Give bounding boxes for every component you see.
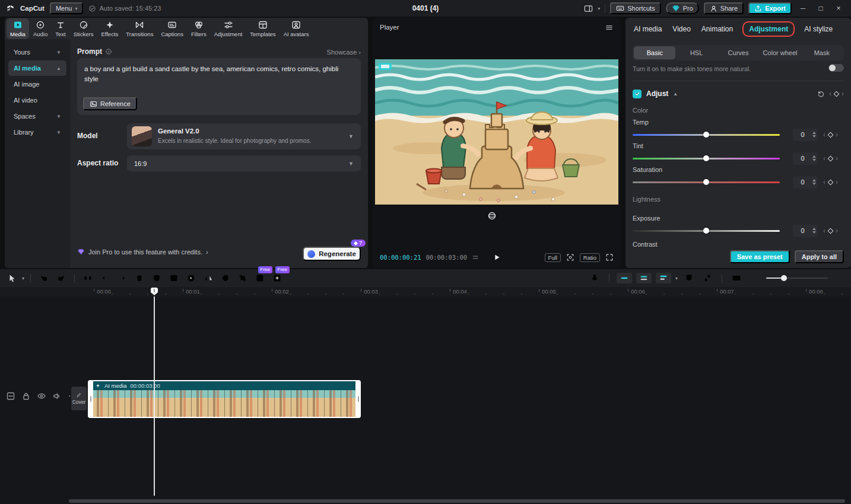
chevron-down-icon[interactable]: ▾ <box>675 276 678 281</box>
close-button[interactable]: × <box>832 4 845 12</box>
sidebar-item-ai-video[interactable]: AI video <box>8 92 66 108</box>
share-button[interactable]: Share <box>704 2 744 14</box>
focus-icon[interactable] <box>566 253 574 261</box>
fullscreen-icon[interactable] <box>605 253 614 261</box>
playhead-line[interactable] <box>154 296 155 496</box>
zoom-out-icon[interactable] <box>748 271 762 285</box>
aspect-ratio-select[interactable]: 16:9 ▼ <box>127 155 361 171</box>
slider-value-box[interactable]: 0 <box>793 225 818 237</box>
split-icon[interactable] <box>81 271 95 285</box>
slider-track[interactable] <box>633 134 780 136</box>
keyframe-add-icon[interactable] <box>828 155 834 161</box>
slider-value-box[interactable]: 0 <box>793 129 818 141</box>
media-tab-filters[interactable]: Filters <box>188 18 210 39</box>
media-tab-transitions[interactable]: Transitions <box>122 18 157 39</box>
skin-tone-toggle[interactable] <box>828 64 844 72</box>
reverse-icon[interactable] <box>184 271 198 285</box>
timeline-zoom-slider[interactable] <box>766 275 828 282</box>
slider-track[interactable] <box>633 158 780 160</box>
rotate-icon[interactable] <box>218 271 233 285</box>
player-menu-icon[interactable] <box>605 23 614 32</box>
join-pro-link[interactable]: Join Pro to use this feature with credit… <box>77 248 208 256</box>
keyframe-add-icon[interactable] <box>834 91 840 97</box>
ai-media-clip[interactable]: AI media 00:00:03:00 <box>90 380 358 418</box>
clip-filmstrip[interactable] <box>91 390 357 417</box>
inspector-tab-animation[interactable]: Animation <box>701 23 733 36</box>
media-tab-adjustment[interactable]: Adjustment <box>211 18 246 39</box>
regenerate-button[interactable]: Regenerate <box>303 247 361 261</box>
chevron-down-icon[interactable]: ▾ <box>22 276 24 281</box>
minimize-button[interactable]: ─ <box>796 4 809 12</box>
media-tab-ai-avatars[interactable]: AI avatars <box>280 18 313 39</box>
inspector-tab-adjustment[interactable]: Adjustment <box>744 23 793 36</box>
inspector-tab-ai-stylize[interactable]: AI stylize <box>804 23 833 36</box>
collapse-caret-icon[interactable]: ▲ <box>673 91 678 97</box>
keyframe-next-icon[interactable]: › <box>836 155 838 162</box>
clip-trim-handle-right[interactable] <box>355 380 361 418</box>
keyframe-prev-icon[interactable]: ‹ <box>823 227 825 234</box>
play-button[interactable] <box>493 253 501 262</box>
full-view-button[interactable]: Full <box>545 253 561 262</box>
inspector-tab-ai-media[interactable]: AI media <box>634 23 662 36</box>
freeze-frame-icon[interactable] <box>167 271 181 285</box>
layout-toggle-icon[interactable] <box>584 4 593 13</box>
smart-tools-icon[interactable]: Free <box>270 271 284 285</box>
track-large-icon[interactable] <box>656 273 671 283</box>
mic-icon[interactable] <box>588 271 602 285</box>
subtab-hsl[interactable]: HSL <box>675 46 717 59</box>
subtab-mask[interactable]: Mask <box>801 46 843 59</box>
showcase-link[interactable]: Showcase› <box>327 49 361 56</box>
speaker-icon[interactable] <box>52 391 62 401</box>
chevron-down-icon[interactable]: ▾ <box>598 6 600 11</box>
media-tab-stickers[interactable]: Stickers <box>70 18 97 39</box>
apply-to-all-button[interactable]: Apply to all <box>795 250 844 263</box>
magnet-icon[interactable] <box>682 271 696 285</box>
timeline-scrollbar[interactable] <box>69 499 845 503</box>
stepper[interactable] <box>812 155 816 161</box>
media-tab-audio[interactable]: Audio <box>30 18 51 39</box>
save-as-preset-button[interactable]: Save as preset <box>730 250 790 263</box>
redo-icon[interactable] <box>54 271 68 285</box>
slider-track[interactable] <box>633 181 780 183</box>
eye-icon[interactable] <box>37 391 46 401</box>
zoom-slider-knob[interactable] <box>781 275 787 281</box>
model-select[interactable]: General V2.0 Excels in realistic style. … <box>127 123 361 149</box>
keyframe-prev-icon[interactable]: ‹ <box>823 155 825 162</box>
keyframe-prev-icon[interactable]: ‹ <box>823 131 825 138</box>
adjust-checkbox[interactable] <box>633 90 642 98</box>
sidebar-item-spaces[interactable]: Spaces▼ <box>8 109 66 124</box>
keyframe-next-icon[interactable]: › <box>836 227 838 234</box>
inspector-tab-video[interactable]: Video <box>672 23 690 36</box>
shortcuts-button[interactable]: Shortcuts <box>610 2 661 14</box>
media-tab-captions[interactable]: Captions <box>157 18 187 39</box>
keyframe-next-icon[interactable]: › <box>836 178 838 186</box>
keyframe-next-icon[interactable]: › <box>842 90 844 97</box>
subtab-basic[interactable]: Basic <box>634 46 675 59</box>
slider-knob[interactable] <box>703 155 709 161</box>
trim-right-icon[interactable] <box>115 271 129 285</box>
maximize-button[interactable]: □ <box>814 4 827 12</box>
stepper[interactable] <box>812 132 816 138</box>
stepper[interactable] <box>812 179 816 185</box>
clip-trim-handle-left[interactable] <box>88 380 93 418</box>
menu-button[interactable]: Menu▾ <box>50 2 84 14</box>
keyframe-next-icon[interactable]: › <box>836 131 838 138</box>
pro-badge[interactable]: Pro <box>666 2 699 14</box>
keyframe-add-icon[interactable] <box>828 132 834 138</box>
crop-icon[interactable] <box>236 271 250 285</box>
slider-knob[interactable] <box>703 179 709 185</box>
slider-knob[interactable] <box>703 132 709 138</box>
trim-left-icon[interactable] <box>98 271 112 285</box>
subtab-curves[interactable]: Curves <box>717 46 759 59</box>
preview-strip-icon[interactable] <box>729 271 744 285</box>
mask-icon[interactable] <box>150 271 164 285</box>
slider-knob[interactable] <box>703 228 709 234</box>
sidebar-item-ai-image[interactable]: AI image <box>8 76 66 92</box>
media-tab-effects[interactable]: Effects <box>97 18 122 39</box>
cover-button[interactable]: Cover <box>71 387 87 410</box>
sidebar-item-yours[interactable]: Yours▼ <box>8 44 66 60</box>
rotate-view-icon[interactable] <box>487 211 497 221</box>
delete-icon[interactable] <box>132 271 147 285</box>
media-tab-text[interactable]: Text <box>52 18 69 39</box>
smart-crop-icon[interactable]: Free <box>253 271 267 285</box>
